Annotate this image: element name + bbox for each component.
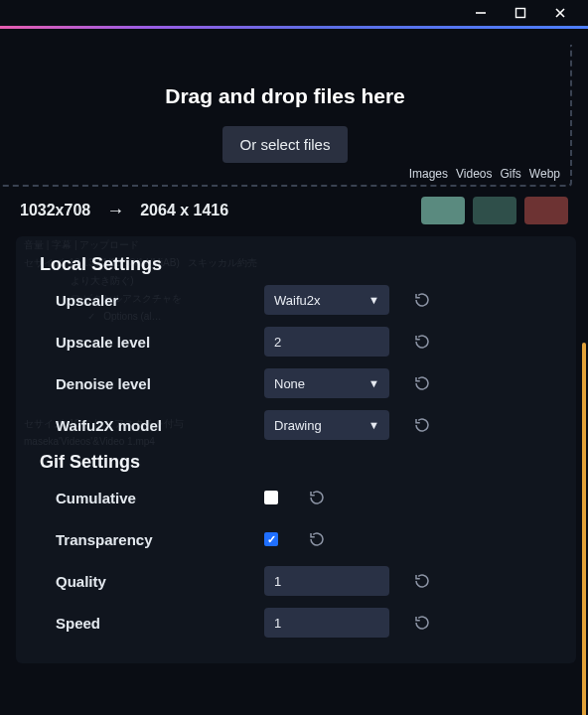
- speed-label: Speed: [56, 615, 264, 632]
- arrow-right-icon: →: [106, 201, 124, 221]
- accent-gradient: [0, 26, 588, 29]
- denoise-value: None: [274, 376, 305, 391]
- local-settings-title: Local Settings: [40, 254, 566, 275]
- cumulative-reset-button[interactable]: [306, 487, 328, 508]
- format-tabs: Images Videos Gifs Webp: [409, 167, 560, 181]
- chip-teal-dark[interactable]: [473, 197, 516, 224]
- row-quality: Quality 1: [56, 566, 566, 596]
- dropzone-title: Drag and drop files here: [0, 84, 570, 108]
- chevron-down-icon: ▼: [368, 377, 379, 389]
- model-select[interactable]: Drawing ▼: [264, 410, 389, 440]
- color-chips: [421, 197, 568, 224]
- upscale-level-value: 2: [274, 335, 281, 350]
- model-value: Drawing: [274, 418, 322, 433]
- maximize-button[interactable]: [501, 0, 540, 26]
- row-speed: Speed 1: [56, 608, 566, 638]
- close-button[interactable]: [540, 0, 580, 26]
- minimize-button[interactable]: [461, 0, 501, 26]
- row-transparency: Transparency: [56, 524, 566, 554]
- upscaler-reset-button[interactable]: [411, 289, 433, 311]
- select-files-button[interactable]: Or select files: [222, 126, 349, 163]
- target-dimensions: 2064 x 1416: [140, 202, 228, 219]
- quality-input[interactable]: 1: [264, 566, 389, 596]
- transparency-label: Transparency: [56, 531, 264, 548]
- upscale-level-input[interactable]: 2: [264, 327, 389, 357]
- tab-videos[interactable]: Videos: [456, 167, 492, 181]
- speed-input[interactable]: 1: [264, 608, 389, 638]
- tab-webp[interactable]: Webp: [529, 167, 560, 181]
- chevron-down-icon: ▼: [368, 294, 379, 306]
- model-label: Waifu2X model: [56, 417, 264, 434]
- upscaler-label: Upscaler: [56, 292, 264, 309]
- denoise-select[interactable]: None ▼: [264, 368, 389, 398]
- chevron-down-icon: ▼: [368, 419, 379, 431]
- titlebar: [0, 0, 588, 26]
- quality-value: 1: [274, 574, 281, 589]
- upscale-level-reset-button[interactable]: [411, 331, 433, 353]
- transparency-checkbox[interactable]: [264, 532, 278, 546]
- denoise-label: Denoise level: [56, 375, 264, 392]
- chip-red[interactable]: [524, 197, 568, 224]
- row-upscale-level: Upscale level 2: [56, 327, 566, 357]
- speed-value: 1: [274, 616, 281, 631]
- cumulative-checkbox[interactable]: [264, 491, 278, 504]
- transparency-reset-button[interactable]: [306, 528, 328, 550]
- scrollbar-indicator[interactable]: [582, 343, 586, 715]
- upscale-level-label: Upscale level: [56, 334, 264, 351]
- svg-rect-1: [516, 9, 525, 18]
- source-dimensions: 1032x708: [20, 202, 90, 219]
- row-upscaler: Upscaler Waifu2x ▼: [56, 285, 566, 315]
- settings-panel: 音量 | 字幕 | アップロード セサイズ: 10.13/11/13/13/14…: [16, 236, 576, 663]
- model-reset-button[interactable]: [411, 414, 433, 436]
- content-area: Drag and drop files here Or select files…: [0, 45, 588, 715]
- row-model: Waifu2X model Drawing ▼: [56, 410, 566, 440]
- quality-label: Quality: [56, 573, 264, 590]
- dropzone[interactable]: Drag and drop files here Or select files…: [0, 45, 572, 187]
- upscaler-select[interactable]: Waifu2x ▼: [264, 285, 389, 315]
- tab-gifs[interactable]: Gifs: [501, 167, 521, 181]
- tab-images[interactable]: Images: [409, 167, 448, 181]
- quality-reset-button[interactable]: [411, 570, 433, 592]
- cumulative-label: Cumulative: [56, 490, 264, 506]
- gif-settings-title: Gif Settings: [40, 452, 566, 473]
- denoise-reset-button[interactable]: [411, 372, 433, 394]
- row-denoise: Denoise level None ▼: [56, 368, 566, 398]
- row-cumulative: Cumulative: [56, 483, 566, 512]
- chip-teal[interactable]: [421, 197, 465, 224]
- speed-reset-button[interactable]: [411, 612, 433, 634]
- upscaler-value: Waifu2x: [274, 293, 320, 308]
- dimension-bar: 1032x708 → 2064 x 1416: [0, 187, 588, 230]
